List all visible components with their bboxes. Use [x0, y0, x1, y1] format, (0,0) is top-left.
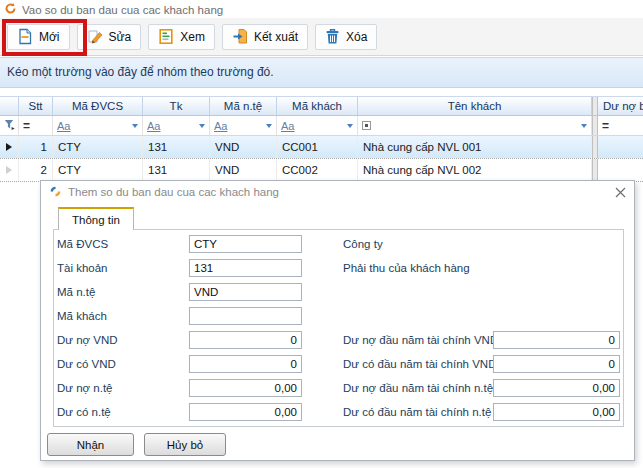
filter-cell-ma-nte[interactable]: Aa: [210, 116, 277, 135]
edit-button[interactable]: Sửa: [77, 24, 142, 50]
column-header-ma-nte[interactable]: Mã n.tệ: [210, 97, 277, 115]
field-label-du-no-dau-nam-vnd: Dư nợ đầu năm tài chính VND: [343, 331, 493, 349]
field-input-du-co-dau-nam-vnd[interactable]: [493, 355, 620, 373]
row-selector-cell[interactable]: [0, 159, 19, 181]
grid-corner-cell: [0, 97, 19, 115]
cell-ten-khach[interactable]: Nhà cung cấp NVL 001: [358, 136, 592, 158]
column-header-ten-khach[interactable]: Tên khách: [358, 97, 592, 115]
column-header-tk[interactable]: Tk: [143, 97, 210, 115]
filter-cell-ten-khach[interactable]: [358, 116, 592, 135]
chevron-down-icon[interactable]: [581, 124, 587, 128]
tab-label: Thông tin: [72, 214, 120, 226]
field-label-du-co-vnd: Dư có VND: [57, 355, 187, 373]
cell-du-no[interactable]: [598, 159, 643, 181]
filter-cell-du-no[interactable]: =: [598, 116, 643, 135]
form-refresh-icon: [4, 2, 17, 17]
dialog-title-bar: Them so du ban dau cua cac khach hang: [41, 181, 634, 203]
column-header-ma-dvcs[interactable]: Mã ĐVCS: [53, 97, 143, 115]
grid-header-row: Stt Mã ĐVCS Tk Mã n.tệ Mã khách Tên khác…: [0, 96, 643, 116]
chevron-down-icon[interactable]: [132, 124, 138, 128]
field-input-tai-khoan[interactable]: [189, 259, 302, 277]
edit-button-label: Sửa: [109, 30, 132, 44]
cancel-button[interactable]: Hủy bỏ: [144, 433, 226, 456]
window-title: Vao so du ban dau cua cac khach hang: [22, 4, 223, 16]
chevron-down-icon[interactable]: [347, 124, 353, 128]
view-list-icon: [158, 28, 174, 45]
field-label-du-no-nte: Dư nợ n.tệ: [57, 379, 187, 397]
filter-text-operator: Aa: [281, 120, 294, 132]
field-label-du-no-dau-nam-nte: Dư nợ đầu năm tài chính n.tệ: [343, 379, 493, 397]
cell-ma-dvcs[interactable]: CTY: [53, 159, 143, 181]
cell-ma-dvcs[interactable]: CTY: [53, 136, 143, 158]
column-header-du-no[interactable]: Dư nợ ba: [598, 97, 643, 115]
field-label-ma-dvcs: Mã ĐVCS: [57, 235, 187, 253]
field-label-du-co-dau-nam-vnd: Dư có đầu năm tài chính VND: [343, 355, 493, 373]
field-desc-tai-khoan: Phải thu của khách hàng: [343, 259, 470, 277]
field-input-du-no-dau-nam-vnd[interactable]: [493, 331, 620, 349]
table-row[interactable]: 1 CTY 131 VND CC001 Nhà cung cấp NVL 001: [0, 136, 643, 158]
trash-icon: [325, 28, 340, 45]
row-arrow-icon: [6, 166, 12, 174]
cell-stt[interactable]: 1: [19, 136, 53, 158]
field-input-du-no-nte[interactable]: [189, 379, 302, 397]
chevron-down-icon[interactable]: [199, 124, 205, 128]
filter-cell-tk[interactable]: Aa: [143, 116, 210, 135]
filter-cell-stt[interactable]: =: [19, 116, 53, 135]
group-by-bar[interactable]: Kéo một trường vào đây để nhóm theo trườ…: [0, 57, 643, 88]
table-row[interactable]: 2 CTY 131 VND CC002 Nhà cung cấp NVL 002: [0, 159, 643, 181]
cell-ma-nte[interactable]: VND: [210, 136, 277, 158]
filter-text-operator: Aa: [214, 120, 227, 132]
field-input-du-no-dau-nam-nte[interactable]: [493, 379, 620, 397]
cell-stt[interactable]: 2: [19, 159, 53, 181]
filter-cell-ma-dvcs[interactable]: Aa: [53, 116, 143, 135]
export-icon: [232, 28, 248, 45]
field-input-du-co-dau-nam-nte[interactable]: [493, 403, 620, 421]
export-button[interactable]: Kết xuất: [222, 24, 308, 50]
grid-filter-row: = Aa Aa Aa Aa =: [0, 116, 643, 136]
field-input-ma-nte[interactable]: [189, 283, 302, 301]
chevron-down-icon[interactable]: [266, 124, 272, 128]
field-label-ma-nte: Mã n.tệ: [57, 283, 187, 301]
cell-du-no[interactable]: [598, 136, 643, 158]
add-balance-dialog: Them so du ban dau cua cac khach hang Th…: [40, 180, 635, 461]
delete-button[interactable]: Xóa: [315, 24, 377, 50]
column-header-ma-khach[interactable]: Mã khách: [277, 97, 358, 115]
current-row-arrow-icon: [6, 143, 12, 151]
new-button-label: Mới: [39, 30, 60, 44]
cell-ma-nte[interactable]: VND: [210, 159, 277, 181]
dialog-close-button[interactable]: [615, 187, 626, 198]
field-input-du-no-vnd[interactable]: [189, 331, 302, 349]
edit-pencil-icon: [87, 28, 103, 45]
cell-tk[interactable]: 131: [143, 159, 210, 181]
row-selector-cell[interactable]: [0, 136, 19, 158]
view-button[interactable]: Xem: [148, 24, 215, 50]
field-input-du-co-vnd[interactable]: [189, 355, 302, 373]
cell-ma-khach[interactable]: CC002: [277, 159, 358, 181]
field-label-du-co-nte: Dư có n.tệ: [57, 403, 187, 421]
new-document-icon: [17, 28, 33, 45]
filter-cell-ma-khach[interactable]: Aa: [277, 116, 358, 135]
export-button-label: Kết xuất: [254, 30, 298, 44]
filter-funnel-cell[interactable]: [0, 116, 19, 135]
delete-button-label: Xóa: [346, 30, 367, 44]
group-by-hint: Kéo một trường vào đây để nhóm theo trườ…: [7, 65, 274, 79]
cell-tk[interactable]: 131: [143, 136, 210, 158]
filter-equals-operator: =: [23, 119, 29, 133]
customer-balance-grid: Stt Mã ĐVCS Tk Mã n.tệ Mã khách Tên khác…: [0, 96, 643, 182]
cell-ma-khach[interactable]: CC001: [277, 136, 358, 158]
field-input-ma-khach[interactable]: [189, 307, 302, 325]
column-header-stt[interactable]: Stt: [19, 97, 53, 115]
cell-ten-khach[interactable]: Nhà cung cấp NVL 002: [358, 159, 592, 181]
app-window: { "window": { "title": "Vao so du ban da…: [0, 0, 643, 468]
new-button[interactable]: Mới: [7, 24, 70, 50]
field-label-tai-khoan: Tài khoản: [57, 259, 187, 277]
field-input-ma-dvcs[interactable]: [189, 235, 302, 253]
filter-text-operator: Aa: [57, 120, 70, 132]
filter-box-icon: [362, 121, 371, 130]
tab-thong-tin[interactable]: Thông tin: [58, 207, 134, 230]
window-title-bar: Vao so du ban dau cua cac khach hang: [4, 1, 223, 18]
toolbar: Mới Sửa Xem Kết xuất Xóa: [0, 18, 643, 56]
field-input-du-co-nte[interactable]: [189, 403, 302, 421]
field-label-ma-khach: Mã khách: [57, 307, 187, 325]
accept-button[interactable]: Nhận: [47, 433, 134, 456]
